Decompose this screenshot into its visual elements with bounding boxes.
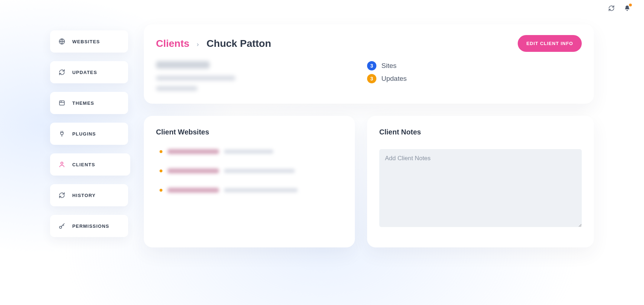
bell-icon[interactable] <box>624 5 630 13</box>
sidebar-item-history[interactable]: HISTORY <box>50 184 128 206</box>
notification-dot <box>629 4 632 6</box>
client-websites-panel: Client Websites <box>144 116 355 247</box>
sidebar-item-label: HISTORY <box>72 193 96 198</box>
svg-point-4 <box>61 162 63 164</box>
site-name-redacted <box>167 188 219 193</box>
sidebar-item-clients[interactable]: CLIENTS <box>50 153 130 176</box>
sidebar-item-label: WEBSITES <box>72 39 100 44</box>
sidebar-item-label: UPDATES <box>72 70 97 75</box>
main-content: Clients Chuck Patton EDIT CLIENT INFO 3 <box>144 4 594 247</box>
sidebar-item-label: PERMISSIONS <box>72 223 109 229</box>
sidebar-item-themes[interactable]: THEMES <box>50 92 128 114</box>
client-notes-panel: Client Notes <box>367 116 594 247</box>
breadcrumb-current: Chuck Patton <box>206 38 271 49</box>
site-url-redacted <box>224 149 273 154</box>
list-item[interactable] <box>160 149 343 154</box>
panel-title: Client Notes <box>379 128 582 136</box>
plug-icon <box>59 131 65 137</box>
user-icon <box>59 161 65 168</box>
key-icon <box>59 223 65 229</box>
list-item[interactable] <box>160 188 343 193</box>
stat-sites: 3 Sites <box>367 61 582 70</box>
panel-title: Client Websites <box>156 128 343 136</box>
sidebar-item-label: CLIENTS <box>72 162 95 167</box>
sidebar-item-plugins[interactable]: PLUGINS <box>50 123 128 145</box>
site-url-redacted <box>224 169 295 173</box>
chevron-right-icon <box>196 38 200 49</box>
status-dot-icon <box>160 150 162 153</box>
sidebar: WEBSITES UPDATES THEMES PLUGINS CLIENTS … <box>50 4 128 237</box>
sidebar-item-websites[interactable]: WEBSITES <box>50 30 128 53</box>
site-name-redacted <box>167 149 219 154</box>
sidebar-item-permissions[interactable]: PERMISSIONS <box>50 215 128 237</box>
stat-label: Sites <box>381 62 396 70</box>
stat-label: Updates <box>381 75 407 83</box>
status-dot-icon <box>160 189 162 192</box>
status-dot-icon <box>160 169 162 172</box>
client-notes-input[interactable] <box>379 149 582 227</box>
edit-client-button[interactable]: EDIT CLIENT INFO <box>518 35 582 52</box>
refresh-icon[interactable] <box>608 5 615 13</box>
sidebar-item-label: PLUGINS <box>72 131 96 137</box>
client-header-card: Clients Chuck Patton EDIT CLIENT INFO 3 <box>144 24 594 104</box>
list-item[interactable] <box>160 168 343 173</box>
updates-count-badge: 3 <box>367 74 376 83</box>
refresh-icon <box>59 192 65 198</box>
sites-count-badge: 3 <box>367 61 376 70</box>
globe-icon <box>59 38 65 45</box>
breadcrumb-root[interactable]: Clients <box>156 38 189 49</box>
sidebar-item-updates[interactable]: UPDATES <box>50 61 128 83</box>
site-name-redacted <box>167 168 219 173</box>
refresh-icon <box>59 69 65 75</box>
stat-updates: 3 Updates <box>367 74 582 83</box>
breadcrumb: Clients Chuck Patton <box>156 38 271 49</box>
sidebar-item-label: THEMES <box>72 100 94 106</box>
svg-rect-1 <box>59 101 64 105</box>
site-url-redacted <box>224 188 298 192</box>
panel-icon <box>59 100 65 106</box>
client-details-redacted <box>156 61 367 91</box>
